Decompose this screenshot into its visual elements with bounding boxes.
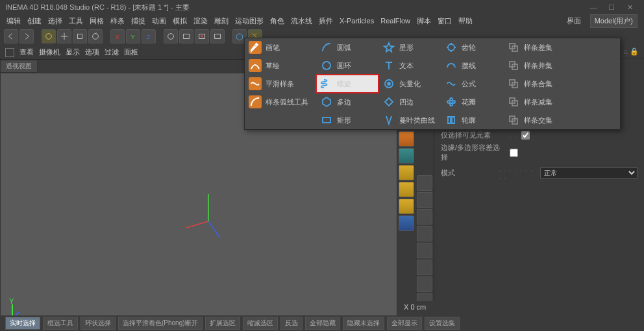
popup-arc-tool[interactable]: 样条弧线工具 bbox=[245, 93, 316, 111]
axis-z-button[interactable]: Z bbox=[142, 29, 156, 43]
vectorize-icon bbox=[382, 77, 395, 90]
popup-spline-bool3[interactable]: 样条合集 bbox=[503, 75, 568, 93]
close-button[interactable]: ✕ bbox=[621, 1, 639, 13]
menu-item[interactable]: 样条 bbox=[110, 16, 125, 26]
menu-item[interactable]: 网格 bbox=[90, 16, 104, 26]
edges-checkbox[interactable] bbox=[510, 149, 518, 157]
view-menu[interactable]: 选项 bbox=[85, 47, 99, 57]
popup-smooth[interactable]: 平滑样条 bbox=[245, 75, 316, 93]
strip-button[interactable] bbox=[417, 226, 432, 241]
popup-star[interactable]: 星形 bbox=[378, 38, 441, 56]
move-button[interactable] bbox=[57, 29, 71, 43]
viewport-tab[interactable]: 透视视图 bbox=[0, 60, 38, 73]
viewport-menu-icon[interactable] bbox=[5, 48, 14, 57]
popup-circle[interactable]: 圆环 bbox=[316, 56, 378, 75]
menu-item[interactable]: 动画 bbox=[152, 16, 166, 26]
strip-button[interactable] bbox=[399, 199, 414, 214]
menu-item[interactable]: RealFlow bbox=[380, 17, 410, 25]
bottom-tab[interactable]: 隐藏未选择 bbox=[343, 317, 384, 330]
menu-item[interactable]: X-Particles bbox=[340, 17, 374, 25]
bottom-tab[interactable]: 设置选集 bbox=[425, 317, 460, 330]
maximize-button[interactable]: ☐ bbox=[602, 1, 621, 13]
bottom-tab[interactable]: 全部隐藏 bbox=[305, 317, 340, 330]
edges-label: 边缘/多边形容差选择 bbox=[441, 143, 506, 162]
menu-item[interactable]: 流水线 bbox=[291, 16, 312, 26]
popup-sketch[interactable]: 草绘 bbox=[245, 56, 316, 75]
popup-formula[interactable]: 公式 bbox=[441, 75, 503, 93]
bottom-tab[interactable]: 反选 bbox=[280, 317, 303, 330]
minimize-button[interactable]: — bbox=[584, 1, 602, 13]
popup-rect[interactable]: 矩形 bbox=[316, 111, 378, 129]
redo-button[interactable] bbox=[19, 29, 34, 43]
bottom-tab[interactable]: 选择平滑着色(Phong)断开 bbox=[118, 317, 203, 330]
view-menu[interactable]: 摄像机 bbox=[39, 47, 60, 57]
scale-button[interactable] bbox=[73, 29, 87, 43]
menu-item[interactable]: 窗口 bbox=[438, 16, 452, 26]
menu-item[interactable]: 捕捉 bbox=[131, 16, 145, 26]
view-menu[interactable]: 显示 bbox=[66, 47, 80, 57]
strip-button[interactable] bbox=[417, 209, 432, 225]
strip-button[interactable] bbox=[399, 165, 414, 180]
strip-button[interactable] bbox=[399, 131, 414, 147]
coord-button[interactable] bbox=[164, 29, 178, 43]
popup-pen[interactable]: 画笔 bbox=[245, 38, 316, 56]
strip-button[interactable] bbox=[417, 175, 432, 191]
menu-item[interactable]: 模拟 bbox=[173, 16, 187, 26]
popup-spline-bool5[interactable]: 样条交集 bbox=[503, 111, 568, 129]
popup-flower[interactable]: 花瓣 bbox=[441, 93, 503, 111]
menu-item[interactable]: 创建 bbox=[27, 16, 42, 26]
strip-button[interactable] bbox=[417, 192, 432, 208]
undo-button[interactable] bbox=[4, 29, 18, 43]
bottom-tab[interactable]: 缩减选区 bbox=[243, 317, 278, 330]
view-menu[interactable]: 过滤 bbox=[105, 47, 119, 57]
view-menu[interactable]: 查看 bbox=[19, 47, 34, 57]
bottom-tab[interactable]: 环状选择 bbox=[80, 317, 116, 330]
bottom-tab[interactable]: 全部显示 bbox=[387, 317, 422, 330]
bottom-tab[interactable]: 框选工具 bbox=[43, 317, 78, 330]
popup-cogwheel[interactable]: 齿轮 bbox=[441, 38, 503, 56]
rotate-button[interactable] bbox=[88, 29, 103, 43]
bottom-tab[interactable]: 实时选择 bbox=[5, 317, 40, 330]
popup-helix[interactable]: 螺旋 bbox=[316, 75, 378, 93]
view-menu[interactable]: 面板 bbox=[124, 47, 138, 57]
menu-item[interactable]: 雕刻 bbox=[214, 16, 229, 26]
menu-item[interactable]: 运动图形 bbox=[235, 16, 264, 26]
menu-item[interactable]: 角色 bbox=[270, 16, 284, 26]
strip-button[interactable] bbox=[417, 276, 432, 292]
popup-cycloid[interactable]: 摆线 bbox=[441, 56, 503, 75]
menu-item[interactable]: 帮助 bbox=[458, 16, 473, 26]
strip-button[interactable] bbox=[399, 215, 414, 231]
menu-item[interactable]: 脚本 bbox=[417, 16, 431, 26]
strip-button[interactable] bbox=[399, 148, 414, 164]
axis-x-button[interactable]: X bbox=[110, 29, 125, 43]
menu-item[interactable]: 渲染 bbox=[193, 16, 208, 26]
menu-item[interactable]: 插件 bbox=[319, 16, 333, 26]
popup-spline-bool1[interactable]: 样条差集 bbox=[503, 38, 568, 56]
popup-arc[interactable]: 圆弧 bbox=[316, 38, 378, 56]
axis-y-button[interactable]: Y bbox=[126, 29, 140, 43]
onlyvisible-checkbox[interactable] bbox=[521, 131, 530, 140]
strip-button[interactable] bbox=[417, 243, 432, 258]
popup-profile[interactable]: 轮廓 bbox=[441, 111, 503, 129]
popup-text[interactable]: 文本 bbox=[378, 56, 441, 75]
layout-dropdown[interactable]: Model(用户) bbox=[590, 14, 638, 28]
popup-vectorize[interactable]: 矢量化 bbox=[378, 75, 441, 93]
popup-cissoid[interactable]: 蔓叶类曲线 bbox=[378, 111, 441, 129]
strip-button[interactable] bbox=[417, 260, 432, 275]
render-region-button[interactable] bbox=[195, 29, 209, 43]
render-button[interactable] bbox=[179, 29, 193, 43]
popup-spline-bool4[interactable]: 样条减集 bbox=[503, 93, 568, 111]
menu-item[interactable]: 编辑 bbox=[6, 16, 21, 26]
popup-label: 样条减集 bbox=[524, 97, 552, 107]
menu-item[interactable]: 选择 bbox=[48, 16, 62, 26]
bottom-tab[interactable]: 扩展选区 bbox=[205, 317, 240, 330]
mode-select[interactable]: 正常 bbox=[540, 167, 638, 178]
select-live-button[interactable] bbox=[42, 29, 56, 43]
sketch-icon bbox=[249, 59, 262, 72]
popup-4side[interactable]: 四边 bbox=[378, 93, 441, 111]
render-settings-button[interactable] bbox=[210, 29, 225, 43]
menu-item[interactable]: 工具 bbox=[69, 16, 83, 26]
popup-spline-bool2[interactable]: 样条并集 bbox=[503, 56, 568, 75]
strip-button[interactable] bbox=[399, 182, 414, 197]
popup-nside[interactable]: 多边 bbox=[316, 93, 378, 111]
